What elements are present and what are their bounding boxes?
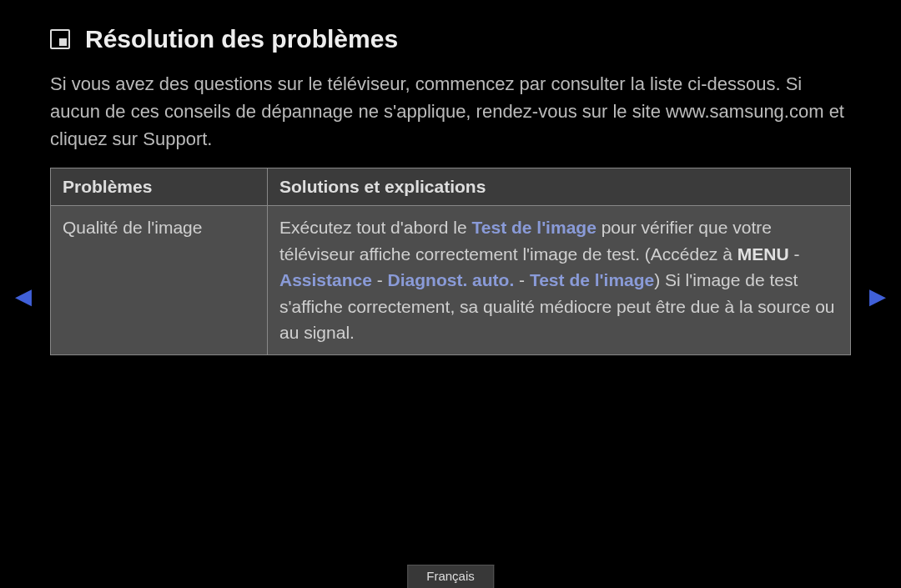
header-problems: Problèmes: [51, 168, 268, 206]
intro-text: Si vous avez des questions sur le télévi…: [50, 70, 851, 153]
title-row: Résolution des problèmes: [50, 25, 851, 53]
nav-previous-button[interactable]: ◀: [15, 284, 32, 309]
header-solutions: Solutions et explications: [268, 168, 851, 206]
cell-problem: Qualité de l'image: [51, 206, 268, 355]
solution-text: -: [372, 270, 388, 289]
bookmark-icon: [50, 29, 70, 49]
highlight-assistance: Assistance: [279, 270, 372, 289]
highlight-menu: MENU: [737, 244, 789, 264]
solution-text: -: [514, 270, 530, 289]
highlight-test-image-2: Test de l'image: [530, 270, 654, 289]
table-row: Qualité de l'image Exécutez tout d'abord…: [51, 206, 851, 355]
cell-solution: Exécutez tout d'abord le Test de l'image…: [268, 206, 851, 355]
page-title: Résolution des problèmes: [85, 25, 398, 53]
highlight-test-image: Test de l'image: [472, 218, 596, 237]
nav-next-button[interactable]: ▶: [869, 284, 886, 309]
page-content: Résolution des problèmes Si vous avez de…: [0, 0, 901, 372]
solution-text: Exécutez tout d'abord le: [279, 218, 472, 237]
table-header-row: Problèmes Solutions et explications: [51, 168, 851, 206]
solution-text: -: [789, 244, 800, 264]
highlight-diagnost-auto: Diagnost. auto.: [388, 270, 515, 289]
troubleshooting-table: Problèmes Solutions et explications Qual…: [50, 168, 851, 355]
language-indicator[interactable]: Français: [407, 565, 494, 588]
